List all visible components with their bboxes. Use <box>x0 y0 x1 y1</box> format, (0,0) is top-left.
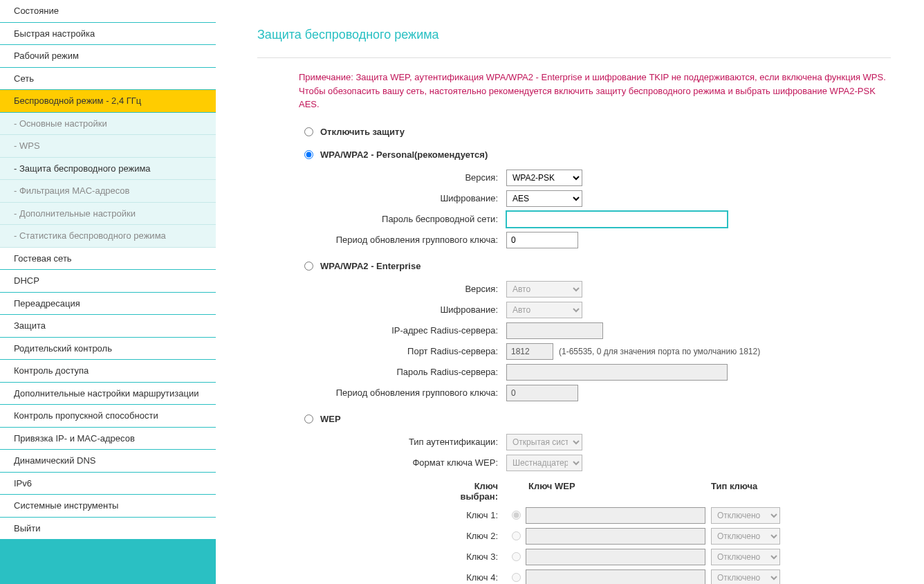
select-wep-key1-type[interactable]: Отключено <box>711 507 780 524</box>
nav-parental[interactable]: Родительский контроль <box>0 338 216 361</box>
nav-routing[interactable]: Дополнительные настройки маршрутизации <box>0 383 216 405</box>
nav-security[interactable]: Защита <box>0 315 216 338</box>
page-title: Защита беспроводного режима <box>257 28 891 42</box>
nav-sub-advanced[interactable]: - Дополнительные настройки <box>0 203 216 226</box>
radio-disable-label: Отключить защиту <box>320 127 405 137</box>
label-personal-version: Версия: <box>257 172 506 183</box>
label-radius-port: Порт Radius-сервера: <box>257 346 506 356</box>
select-wep-key2-type[interactable]: Отключено <box>711 528 780 545</box>
nav-sub-mac-filter[interactable]: - Фильтрация MAC-адресов <box>0 180 216 203</box>
nav-wireless-subgroup: - Основные настройки - WPS - Защита бесп… <box>0 113 216 248</box>
radio-wep-label: WEP <box>320 414 341 424</box>
nav-sub-wps[interactable]: - WPS <box>0 135 216 158</box>
input-wep-key2[interactable] <box>526 528 705 545</box>
select-personal-encryption[interactable]: AES <box>506 190 582 207</box>
select-wep-key3-type[interactable]: Отключено <box>711 549 780 565</box>
radio-wpa-enterprise-label: WPA/WPA2 - Enterprise <box>320 261 421 271</box>
nav-bandwidth[interactable]: Контроль пропускной способности <box>0 405 216 428</box>
select-personal-version[interactable]: WPA2-PSK <box>506 170 582 186</box>
input-wep-key3[interactable] <box>526 549 705 565</box>
select-ent-version[interactable]: Авто <box>506 281 582 298</box>
radio-wep-key3[interactable] <box>512 552 521 561</box>
sidebar: Состояние Быстрая настройка Рабочий режи… <box>0 0 216 584</box>
nav-sub-basic[interactable]: - Основные настройки <box>0 113 216 136</box>
nav-wireless-24[interactable]: Беспроводной режим - 2,4 ГГц <box>0 90 216 113</box>
label-ent-encryption: Шифрование: <box>257 304 506 315</box>
note-text: Примечание: Защита WEP, аутентификация W… <box>299 71 891 111</box>
label-personal-encryption: Шифрование: <box>257 193 506 203</box>
label-ent-group-key: Период обновления группового ключа: <box>257 387 506 398</box>
nav-dhcp[interactable]: DHCP <box>0 270 216 293</box>
label-wep-format: Формат ключа WEP: <box>257 457 506 468</box>
input-wep-key1[interactable] <box>526 507 705 524</box>
radio-wpa-personal[interactable] <box>304 150 313 159</box>
wep-head-selected: Ключ выбран: <box>451 481 506 502</box>
radio-wpa-enterprise[interactable] <box>304 262 313 271</box>
nav-list: Состояние Быстрая настройка Рабочий режи… <box>0 0 216 540</box>
input-wep-key4[interactable] <box>526 569 705 585</box>
nav-sub-statistics[interactable]: - Статистика беспроводного режима <box>0 225 216 248</box>
radio-wpa-personal-label: WPA/WPA2 - Personal(рекомендуется) <box>320 149 488 160</box>
input-radius-ip[interactable] <box>506 322 603 339</box>
nav-network[interactable]: Сеть <box>0 68 216 91</box>
nav-system-tools[interactable]: Системные инструменты <box>0 495 216 518</box>
nav-operation-mode[interactable]: Рабочий режим <box>0 45 216 68</box>
hint-radius-port: (1-65535, 0 для значения порта по умолча… <box>559 347 760 356</box>
radio-disable-security[interactable] <box>304 127 313 136</box>
nav-guest-network[interactable]: Гостевая сеть <box>0 248 216 271</box>
wep-key1-label: Ключ 1: <box>451 510 506 520</box>
wep-key4-label: Ключ 4: <box>451 572 506 583</box>
main-content: Защита беспроводного режима Примечание: … <box>216 0 924 584</box>
nav-ipv6[interactable]: IPv6 <box>0 473 216 495</box>
nav-ddns[interactable]: Динамический DNS <box>0 450 216 473</box>
label-radius-ip: IP-адрес Radius-сервера: <box>257 325 506 336</box>
radio-wep-key4[interactable] <box>512 573 521 582</box>
radio-wep-key2[interactable] <box>512 531 521 540</box>
label-ent-version: Версия: <box>257 284 506 294</box>
label-personal-group-key: Период обновления группового ключа: <box>257 235 506 245</box>
radio-wep[interactable] <box>304 414 313 423</box>
nav-quick-setup[interactable]: Быстрая настройка <box>0 23 216 46</box>
nav-ip-mac-binding[interactable]: Привязка IP- и MAC-адресов <box>0 428 216 450</box>
radio-wep-key1[interactable] <box>512 511 521 520</box>
select-wep-auth[interactable]: Открытая сист <box>506 434 582 450</box>
select-wep-key4-type[interactable]: Отключено <box>711 569 780 585</box>
wep-head-type: Тип ключа <box>711 481 787 502</box>
input-radius-password[interactable] <box>506 364 728 381</box>
nav-access-control[interactable]: Контроль доступа <box>0 360 216 383</box>
input-ent-group-key[interactable] <box>506 385 578 401</box>
select-wep-format[interactable]: Шестнадцатер <box>506 455 582 471</box>
wep-head-key: Ключ WEP <box>526 481 711 502</box>
input-psk-password[interactable] <box>506 211 728 228</box>
divider <box>257 57 891 58</box>
nav-status[interactable]: Состояние <box>0 0 216 23</box>
wep-key2-label: Ключ 2: <box>451 531 506 541</box>
label-radius-password: Пароль Radius-сервера: <box>257 367 506 377</box>
wep-key-table: Ключ выбран: Ключ WEP Тип ключа Ключ 1: … <box>451 481 891 585</box>
label-psk-password: Пароль беспроводной сети: <box>257 214 506 224</box>
nav-sub-security[interactable]: - Защита беспроводного режима <box>0 158 216 181</box>
nav-forwarding[interactable]: Переадресация <box>0 293 216 316</box>
input-radius-port[interactable] <box>506 343 553 360</box>
input-personal-group-key[interactable] <box>506 232 578 248</box>
wep-key3-label: Ключ 3: <box>451 551 506 562</box>
select-ent-encryption[interactable]: Авто <box>506 302 582 318</box>
nav-logout[interactable]: Выйти <box>0 518 216 540</box>
label-wep-auth: Тип аутентификации: <box>257 437 506 447</box>
